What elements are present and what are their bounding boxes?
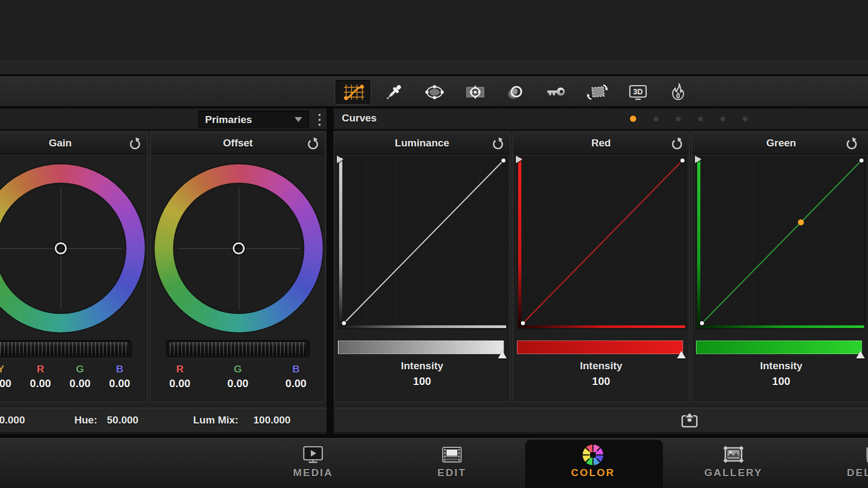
kebab-dot bbox=[318, 124, 321, 126]
curve-endpoint[interactable] bbox=[700, 321, 705, 326]
gain-master-wheel[interactable] bbox=[0, 340, 132, 358]
page-dot[interactable] bbox=[743, 117, 748, 121]
intensity-label: Intensity bbox=[334, 360, 510, 372]
gain-reset-button[interactable] bbox=[128, 136, 142, 150]
stereo-3d-icon: 3D bbox=[626, 82, 650, 102]
curve-plot bbox=[697, 157, 865, 329]
intensity-value: 100 bbox=[692, 375, 868, 388]
hue-label: Hue: bbox=[74, 414, 97, 426]
eject-icon bbox=[680, 412, 699, 428]
reset-icon bbox=[129, 137, 142, 150]
curve-control-point[interactable] bbox=[798, 220, 804, 226]
eyedropper-icon bbox=[382, 82, 406, 102]
master-wheel-sheen bbox=[170, 342, 306, 356]
channel-label-g: G bbox=[209, 363, 267, 375]
curve-endpoint[interactable] bbox=[680, 158, 685, 163]
color-pinwheel bbox=[583, 445, 603, 465]
tool-motion-effects-button[interactable] bbox=[660, 79, 697, 105]
tool-qualifier-button[interactable] bbox=[375, 79, 412, 105]
palette-area: Primaries Curves Gain bbox=[0, 108, 868, 434]
color-wheel-ring[interactable] bbox=[155, 164, 323, 332]
color-wheel-inner[interactable] bbox=[174, 184, 303, 313]
green-curve-graph[interactable] bbox=[696, 157, 865, 329]
tool-sizing-button[interactable] bbox=[579, 79, 615, 105]
page-dot[interactable] bbox=[654, 117, 659, 121]
curve-expand-button[interactable] bbox=[680, 412, 699, 429]
color-wheel-ring[interactable] bbox=[0, 164, 145, 332]
nav-color[interactable]: COLOR bbox=[555, 439, 631, 488]
primaries-dropdown-label: Primaries bbox=[205, 114, 252, 126]
hue-value[interactable]: 50.000 bbox=[107, 414, 138, 426]
intensity-value: 100 bbox=[513, 375, 689, 388]
slider-handle[interactable] bbox=[677, 351, 686, 358]
offset-master-wheel[interactable] bbox=[166, 340, 310, 358]
red-panel-title: Red bbox=[513, 132, 689, 154]
tool-blur-button[interactable] bbox=[497, 79, 534, 105]
nav-deliver[interactable]: DELIVER bbox=[836, 439, 868, 488]
slider-handle[interactable] bbox=[498, 351, 507, 358]
luminance-intensity-slider[interactable] bbox=[338, 341, 504, 354]
nav-gallery-label: GALLERY bbox=[679, 467, 788, 479]
offset-wheel-knob[interactable] bbox=[233, 242, 245, 254]
divider bbox=[0, 129, 868, 131]
palette-menu-button[interactable] bbox=[316, 112, 323, 128]
nav-edit[interactable]: EDIT bbox=[414, 439, 490, 488]
gain-wheel-knob[interactable] bbox=[55, 242, 67, 254]
green-intensity-slider[interactable] bbox=[696, 341, 862, 354]
intensity-label: Intensity bbox=[513, 360, 689, 372]
wheels-footer: 50.000 Hue: 50.000 Lum Mix: 100.000 bbox=[0, 408, 327, 433]
red-reset-button[interactable] bbox=[670, 136, 684, 150]
color-wheel-inner[interactable] bbox=[0, 184, 125, 313]
channel-value-y: 0.00 bbox=[0, 377, 21, 390]
gain-panel-title: Gain bbox=[0, 132, 147, 154]
tool-key-button[interactable] bbox=[538, 79, 575, 105]
primaries-dropdown[interactable]: Primaries bbox=[198, 111, 309, 129]
tool-curves-button[interactable] bbox=[335, 79, 371, 105]
red-curve-panel: Red Intensity 100 bbox=[513, 132, 690, 402]
offset-reset-button[interactable] bbox=[306, 136, 320, 150]
gain-channel-values: 0.00 0.00 0.00 0.00 bbox=[0, 377, 147, 390]
key-icon bbox=[545, 82, 569, 102]
page-dot[interactable] bbox=[698, 117, 703, 121]
tool-power-window-button[interactable] bbox=[416, 79, 452, 105]
sat-value-clipped: 50.000 bbox=[0, 414, 25, 426]
tool-tracker-button[interactable] bbox=[457, 79, 493, 105]
tool-stereo-3d-button[interactable]: 3D bbox=[620, 79, 656, 105]
curve-endpoint[interactable] bbox=[501, 158, 506, 163]
viewer-area bbox=[0, 0, 868, 59]
curve-endpoint[interactable] bbox=[521, 321, 526, 326]
page-dot[interactable] bbox=[630, 115, 636, 122]
palette-toolbar: 3D bbox=[0, 76, 868, 106]
red-intensity-slider[interactable] bbox=[517, 341, 683, 354]
curve-plot bbox=[339, 157, 507, 329]
pagination-dots[interactable] bbox=[630, 113, 748, 125]
channel-value-g: 0.00 bbox=[60, 377, 100, 390]
nav-gallery[interactable]: GALLERY bbox=[695, 439, 771, 488]
offset-channel-values: 0.00 0.00 0.00 bbox=[151, 377, 325, 390]
channel-label-b: B bbox=[100, 363, 139, 375]
luminance-curve-graph[interactable] bbox=[338, 157, 507, 329]
page-dot[interactable] bbox=[720, 117, 725, 121]
reset-icon bbox=[492, 137, 505, 150]
page-dot[interactable] bbox=[676, 117, 681, 121]
curves-palette-title: Curves bbox=[342, 112, 376, 124]
sizing-icon bbox=[585, 82, 609, 102]
kebab-dot bbox=[318, 114, 321, 116]
curve-endpoint[interactable] bbox=[859, 158, 864, 163]
lum-mix-value[interactable]: 100.000 bbox=[253, 414, 291, 426]
media-page-icon bbox=[301, 445, 325, 465]
svg-text:3D: 3D bbox=[633, 87, 643, 96]
curve-endpoint[interactable] bbox=[342, 321, 347, 326]
slider-handle[interactable] bbox=[856, 351, 865, 358]
channel-label-g: G bbox=[60, 363, 100, 375]
nav-media-label: MEDIA bbox=[259, 467, 367, 479]
reset-icon bbox=[307, 137, 320, 150]
green-reset-button[interactable] bbox=[845, 136, 859, 150]
luminance-reset-button[interactable] bbox=[491, 136, 505, 150]
gallery-page-icon bbox=[722, 445, 745, 465]
nav-media[interactable]: MEDIA bbox=[275, 439, 351, 488]
channel-label-y: Y bbox=[0, 363, 21, 375]
master-wheel-sheen bbox=[0, 342, 128, 356]
red-curve-graph[interactable] bbox=[517, 157, 686, 329]
kebab-dot bbox=[318, 119, 321, 121]
